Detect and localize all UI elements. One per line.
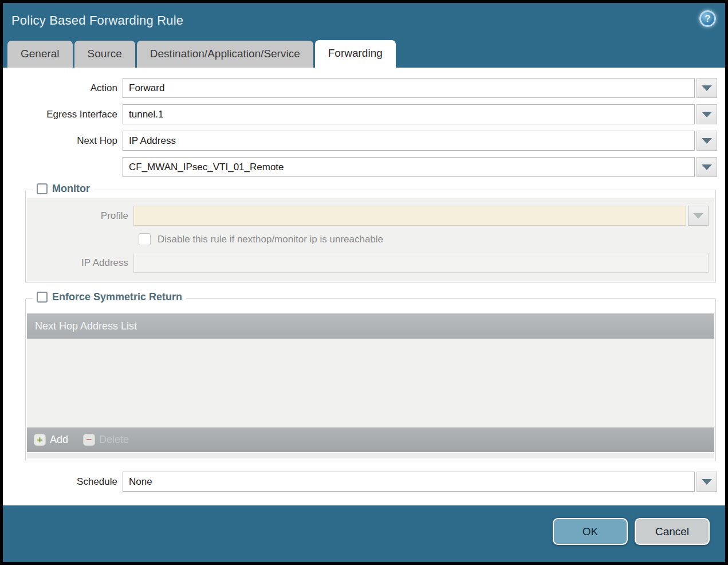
next-hop-address-dropdown-button[interactable] — [696, 157, 717, 177]
egress-interface-combo — [123, 104, 717, 124]
profile-input — [133, 206, 686, 226]
tab-destination-application-service[interactable]: Destination/Application/Service — [137, 41, 313, 68]
chevron-down-icon — [702, 85, 712, 91]
profile-label: Profile — [27, 210, 133, 222]
schedule-input[interactable] — [123, 472, 695, 492]
monitor-ip-address-label: IP Address — [27, 257, 133, 269]
tab-forwarding[interactable]: Forwarding — [315, 40, 396, 68]
action-dropdown-button[interactable] — [696, 78, 717, 98]
chevron-down-icon — [702, 112, 712, 117]
table-toolbar: + Add − Delete — [27, 427, 714, 452]
enforce-symmetric-return-label: Enforce Symmetric Return — [52, 291, 182, 303]
add-button[interactable]: + Add — [34, 434, 68, 446]
help-glyph: ? — [705, 14, 711, 24]
schedule-label: Schedule — [7, 476, 123, 488]
monitor-ip-address-input — [133, 253, 709, 273]
action-label: Action — [7, 83, 123, 94]
delete-button: − Delete — [83, 434, 129, 446]
egress-interface-row: Egress Interface — [7, 104, 717, 124]
next-hop-type-input[interactable] — [123, 131, 695, 151]
monitor-panel: Profile Disable this rule if nexthop/mon… — [27, 198, 714, 281]
egress-interface-label: Egress Interface — [7, 109, 123, 120]
profile-dropdown-button — [688, 206, 709, 226]
minus-icon: − — [83, 434, 95, 446]
next-hop-address-list-table: Next Hop Address List + Add − Delete — [27, 313, 714, 458]
tab-bar: General Source Destination/Application/S… — [3, 38, 725, 68]
titlebar: Policy Based Forwarding Rule ? — [3, 3, 725, 38]
plus-icon: + — [34, 434, 46, 446]
egress-interface-dropdown-button[interactable] — [696, 104, 717, 124]
monitor-ip-address-row: IP Address — [27, 253, 709, 273]
next-hop-row: Next Hop — [7, 131, 717, 151]
next-hop-address-list-body[interactable] — [27, 339, 714, 427]
dialog-footer: OK Cancel — [3, 505, 725, 562]
next-hop-label: Next Hop — [7, 135, 123, 147]
ok-button[interactable]: OK — [553, 518, 628, 545]
profile-row: Profile — [27, 206, 709, 226]
disable-rule-label: Disable this rule if nexthop/monitor ip … — [158, 234, 383, 245]
delete-button-label: Delete — [99, 434, 129, 446]
horizontal-scrollbar[interactable] — [27, 453, 714, 458]
tab-general[interactable]: General — [7, 41, 73, 68]
monitor-group: Monitor Profile Disable this rule if nex… — [25, 190, 716, 283]
monitor-checkbox[interactable] — [37, 183, 48, 194]
chevron-down-icon — [702, 479, 712, 485]
schedule-combo — [123, 472, 717, 492]
egress-interface-input[interactable] — [123, 104, 695, 124]
monitor-label: Monitor — [52, 183, 90, 195]
chevron-down-icon — [693, 213, 703, 219]
pbf-rule-dialog: Policy Based Forwarding Rule ? General S… — [3, 3, 725, 562]
disable-rule-checkbox — [139, 233, 151, 245]
next-hop-address-row — [7, 157, 717, 177]
tab-source[interactable]: Source — [74, 41, 135, 68]
monitor-ip-address-wrap — [133, 253, 709, 273]
monitor-legend: Monitor — [33, 183, 94, 195]
symmetric-return-legend: Enforce Symmetric Return — [33, 291, 186, 303]
cancel-button[interactable]: Cancel — [635, 518, 710, 545]
chevron-down-icon — [702, 138, 712, 144]
forwarding-tab-panel: Action Egress Interface Next Hop — [3, 68, 725, 505]
action-input[interactable] — [123, 78, 695, 98]
action-row: Action — [7, 78, 717, 98]
next-hop-address-input[interactable] — [123, 157, 695, 177]
add-button-label: Add — [50, 434, 68, 446]
next-hop-dropdown-button[interactable] — [696, 131, 717, 151]
enforce-symmetric-return-checkbox[interactable] — [37, 292, 48, 303]
next-hop-combo — [123, 131, 717, 151]
schedule-row: Schedule — [7, 472, 717, 492]
next-hop-address-list-header: Next Hop Address List — [27, 313, 714, 339]
disable-rule-row: Disable this rule if nexthop/monitor ip … — [139, 233, 709, 245]
next-hop-address-combo — [123, 157, 717, 177]
symmetric-return-group: Enforce Symmetric Return Next Hop Addres… — [25, 298, 716, 461]
chevron-down-icon — [702, 164, 712, 170]
dialog-title: Policy Based Forwarding Rule — [11, 13, 183, 28]
profile-combo — [133, 206, 709, 226]
help-icon[interactable]: ? — [699, 10, 716, 27]
schedule-dropdown-button[interactable] — [696, 472, 717, 492]
action-combo — [123, 78, 717, 98]
